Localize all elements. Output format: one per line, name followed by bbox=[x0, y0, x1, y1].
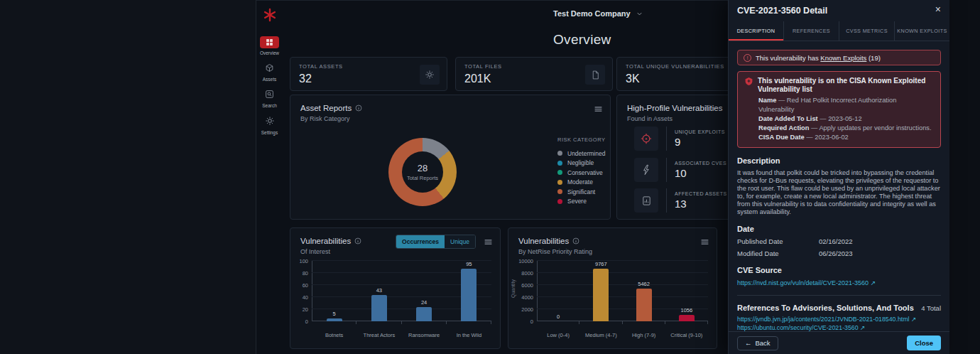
bar-value-label: 43 bbox=[376, 287, 382, 294]
y-tick-label: 60 bbox=[303, 282, 308, 289]
vulnerabilities-of-interest-card: Vulnerabilities Of Interest OccurrencesU… bbox=[290, 227, 501, 349]
divider bbox=[737, 295, 941, 296]
company-selector[interactable]: Test Demo Company bbox=[553, 9, 643, 18]
bar-threat-actors: 43 bbox=[356, 261, 401, 321]
bar-in-the-wild: 95 bbox=[447, 261, 491, 321]
total-files-card: TOTAL FILES 201K bbox=[455, 57, 613, 91]
cisa-kev-notice: This vulnerability is on the CISA Known … bbox=[737, 71, 941, 148]
y-tick-label: 100 bbox=[299, 258, 308, 264]
stat-label: TOTAL ASSETS bbox=[299, 63, 438, 70]
hp-stat-affected-assets: AFFECTED ASSETS13 bbox=[634, 188, 727, 213]
sidebar-nav: OverviewAssetsSearchSettings bbox=[256, 36, 283, 141]
lightning-icon bbox=[641, 164, 652, 176]
tab-description[interactable]: DESCRIPTION bbox=[729, 21, 783, 41]
legend-dot bbox=[557, 199, 562, 204]
hp-stat-value: 13 bbox=[675, 198, 727, 210]
y-tick-label: 4000 bbox=[521, 294, 533, 301]
gear-icon bbox=[260, 114, 279, 127]
sidebar: OverviewAssetsSearchSettings bbox=[256, 1, 283, 354]
date-row-modified-date: Modified Date06/26/2023 bbox=[737, 250, 941, 257]
occurrences-unique-toggle[interactable]: OccurrencesUnique bbox=[396, 235, 476, 249]
menu-icon[interactable] bbox=[484, 237, 493, 247]
sidebar-item-overview[interactable]: Overview bbox=[256, 36, 283, 55]
desktop-background bbox=[0, 0, 256, 354]
cisa-row-required-action: Required Action — Apply updates per vend… bbox=[758, 124, 934, 133]
card-title: High-Profile Vulnerabilities bbox=[627, 104, 722, 112]
references-heading: References To Advisories, Solutions, And… bbox=[737, 304, 914, 312]
tab-cvss-metrics[interactable]: CVSS METRICS bbox=[839, 21, 894, 41]
card-subtitle: Of Interest bbox=[300, 248, 330, 255]
stat-value: 32 bbox=[299, 73, 438, 85]
netrise-priority-card: Vulnerabilities By NetRise Priority Rati… bbox=[508, 227, 717, 349]
gear-icon[interactable] bbox=[420, 65, 440, 85]
bar-ransomware: 24 bbox=[402, 261, 447, 321]
hp-stat-label: UNIQUE EXPLOITS bbox=[675, 129, 725, 134]
legend-dot bbox=[557, 161, 562, 166]
sidebar-item-label: Settings bbox=[256, 130, 283, 135]
y-tick-label: 20 bbox=[303, 306, 308, 313]
bar-critical-9-10: 1056 bbox=[665, 261, 708, 321]
external-link-icon: ↗ bbox=[871, 279, 876, 286]
cisa-row-name: Name — Red Hat Polkit Incorrect Authoriz… bbox=[758, 96, 934, 114]
netrise-logo-icon bbox=[261, 7, 278, 24]
menu-icon[interactable] bbox=[594, 104, 603, 114]
info-icon[interactable] bbox=[354, 237, 361, 245]
reference-link[interactable]: https://ubuntu.com/security/CVE-2021-356… bbox=[737, 324, 941, 331]
close-button[interactable]: Close bbox=[907, 336, 941, 350]
bar-value-label: 0 bbox=[557, 313, 560, 320]
description-heading: Description bbox=[737, 156, 941, 165]
card-title: Vulnerabilities bbox=[300, 237, 351, 245]
tab-known-exploits[interactable]: KNOWN EXPLOITS bbox=[894, 21, 949, 41]
bar-value-label: 5 bbox=[333, 311, 336, 317]
toggle-unique[interactable]: Unique bbox=[445, 235, 475, 248]
total-assets-card: TOTAL ASSETS 32 bbox=[290, 57, 447, 91]
legend-label: Severe bbox=[567, 198, 619, 205]
bar-medium-4-7: 9767 bbox=[579, 261, 622, 321]
dashboard-icon bbox=[260, 36, 279, 48]
card-title: Asset Reports bbox=[300, 104, 352, 112]
toggle-occurrences[interactable]: Occurrences bbox=[396, 235, 445, 248]
sidebar-item-settings[interactable]: Settings bbox=[256, 114, 283, 135]
alert-icon: ! bbox=[744, 54, 751, 62]
reference-link[interactable]: https://jvndb.jvn.jp/ja/contents/2021/JV… bbox=[737, 316, 941, 323]
known-exploits-alert: ! This vulnerability has Known Exploits … bbox=[737, 50, 941, 65]
company-name: Test Demo Company bbox=[553, 9, 631, 18]
known-exploits-link[interactable]: Known Exploits bbox=[820, 54, 866, 62]
sidebar-item-search[interactable]: Search bbox=[256, 88, 283, 108]
priority-rating-bar-chart: 02000400060008000100000976754621056 bbox=[537, 261, 708, 321]
y-tick-label: 0 bbox=[305, 318, 308, 325]
y-tick-label: 40 bbox=[303, 294, 308, 301]
donut-total: 28 bbox=[418, 163, 428, 173]
kev-icon bbox=[744, 77, 753, 88]
info-icon[interactable] bbox=[572, 237, 579, 245]
bar-value-label: 5462 bbox=[638, 281, 650, 287]
stat-label: TOTAL FILES bbox=[464, 63, 604, 70]
sidebar-item-label: Search bbox=[256, 103, 283, 108]
arrow-left-icon: ← bbox=[745, 339, 752, 347]
y-tick-label: 8000 bbox=[521, 270, 533, 277]
menu-icon[interactable] bbox=[700, 237, 709, 247]
chevron-down-icon bbox=[636, 10, 643, 18]
x-tick-label: Low (0-4) bbox=[537, 332, 579, 338]
cve-source-link[interactable]: https://nvd.nist.gov/vuln/detail/CVE-202… bbox=[737, 279, 941, 286]
y-axis-label: Quantity bbox=[511, 279, 516, 297]
hp-stat-value: 10 bbox=[675, 167, 726, 179]
bar-high-7-9: 5462 bbox=[623, 261, 665, 321]
tab-references[interactable]: REFERENCES bbox=[783, 21, 839, 41]
search-icon bbox=[260, 88, 279, 100]
back-button[interactable]: ←Back bbox=[737, 336, 778, 350]
sidebar-item-assets[interactable]: Assets bbox=[256, 62, 283, 82]
y-tick-label: 0 bbox=[530, 318, 533, 325]
file-icon[interactable] bbox=[585, 65, 605, 85]
legend-dot bbox=[557, 189, 562, 194]
bar-low-0-4: 0 bbox=[537, 261, 579, 321]
info-icon[interactable] bbox=[355, 104, 362, 112]
legend-label: Conservative bbox=[567, 169, 619, 176]
card-subtitle: By NetRise Priority Rating bbox=[518, 248, 592, 255]
legend-label: Moderate bbox=[567, 178, 619, 186]
sidebar-item-label: Overview bbox=[256, 50, 283, 55]
x-tick-label: Medium (4-7) bbox=[579, 332, 622, 338]
close-icon[interactable]: × bbox=[935, 4, 941, 15]
card-title: Vulnerabilities bbox=[518, 237, 569, 245]
risk-category-donut-chart: 28 Total Reports bbox=[388, 138, 457, 206]
